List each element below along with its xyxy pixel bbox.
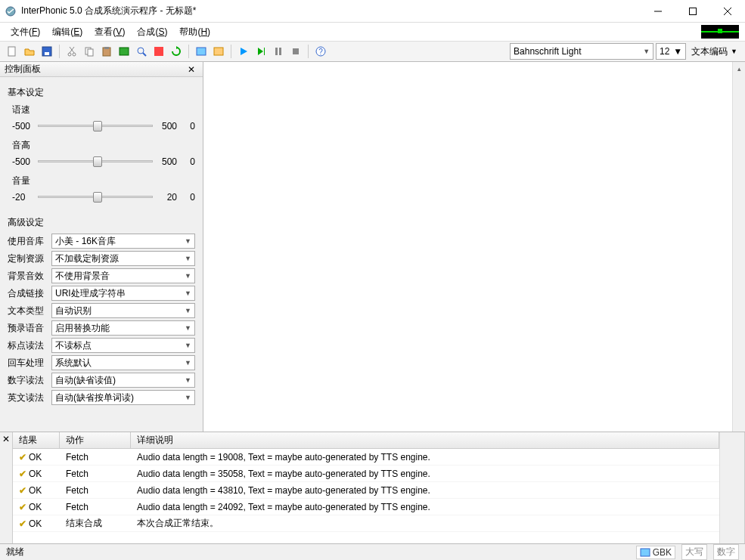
minimize-button[interactable] [641,0,675,23]
adv-combo-0[interactable]: 小美 - 16K音库▼ [51,234,195,249]
log-scrollbar[interactable] [719,432,732,543]
adv-label-5: 预录语音 [8,322,48,335]
help-icon[interactable]: ? [313,44,328,59]
font-size-combo[interactable]: 12▼ [656,43,686,60]
pitch-value: 0 [180,156,195,167]
speed-slider[interactable] [38,118,153,135]
paste-icon[interactable] [99,44,114,59]
cut-icon[interactable] [64,44,79,59]
encoding-combo[interactable]: 文本编码 ▼ [688,43,740,60]
play-icon[interactable] [236,44,251,59]
statusbar: 就绪 GBK 大写 数字 [0,543,745,560]
svg-rect-25 [293,48,299,54]
close-button[interactable] [710,0,745,23]
window-title: InterPhonic 5.0 合成系统演示程序 - 无标题* [21,5,641,17]
svg-rect-22 [264,48,265,55]
log-close-icon[interactable]: ✕ [0,432,13,543]
refresh-icon[interactable] [169,44,184,59]
volume-label: 音量 [12,175,195,187]
titlebar: InterPhonic 5.0 合成系统演示程序 - 无标题* [0,0,745,23]
advanced-settings-title: 高级设定 [8,216,195,229]
log-row[interactable]: ✔ OK结束合成本次合成正常结束。 [13,515,719,532]
adv-label-3: 合成链接 [8,287,48,300]
status-num: 数字 [713,544,739,560]
log-row[interactable]: ✔ OKFetchAudio data length = 19008, Text… [13,449,719,466]
adv-combo-8[interactable]: 自动(缺省读值)▼ [51,373,195,388]
svg-rect-20 [197,48,206,55]
zoom-icon[interactable] [134,44,149,59]
log-row[interactable]: ✔ OKFetchAudio data length = 24092, Text… [13,499,719,515]
pause-icon[interactable] [271,44,286,59]
copy-icon[interactable] [82,44,97,59]
image-icon[interactable] [116,44,132,59]
speed-label: 语速 [12,104,195,116]
brand-logo [701,25,739,39]
panel-close-icon[interactable]: ✕ [185,64,198,75]
menubar: 文件(F) 编辑(E) 查看(V) 合成(S) 帮助(H) [0,23,745,41]
menu-synth[interactable]: 合成(S) [132,24,172,40]
font-combo[interactable]: Bahnschrift Light▼ [510,43,653,60]
status-ready: 就绪 [6,546,630,558]
adv-combo-4[interactable]: 自动识别▼ [51,303,195,318]
save-icon[interactable] [39,44,54,59]
control-panel: 控制面板 ✕ 基本设定 语速 -500 500 0 音高 -500 500 [0,62,203,432]
adv-combo-6[interactable]: 不读标点▼ [51,338,195,353]
menu-file[interactable]: 文件(F) [6,24,45,40]
play-section-icon[interactable] [253,44,269,59]
lang-icon[interactable] [194,44,209,59]
svg-rect-16 [120,48,129,55]
svg-point-8 [68,53,71,56]
log-row[interactable]: ✔ OKFetchAudio data length = 35058, Text… [13,466,719,482]
adv-combo-2[interactable]: 不使用背景音▼ [51,268,195,283]
log-row[interactable]: ✔ OKFetchAudio data length = 43810, Text… [13,482,719,499]
text-editor[interactable]: ▴ [203,62,745,432]
svg-point-17 [138,48,144,54]
menu-view[interactable]: 查看(V) [90,24,129,40]
svg-text:?: ? [318,48,323,56]
pitch-slider[interactable] [38,153,153,170]
svg-point-9 [73,53,76,56]
stop-icon[interactable] [288,44,303,59]
adv-combo-9[interactable]: 自动(缺省按单词读)▼ [51,390,195,405]
svg-rect-7 [45,52,49,55]
svg-rect-13 [88,49,93,56]
adv-combo-1[interactable]: 不加载定制资源▼ [51,251,195,266]
config-icon[interactable] [211,44,226,59]
adv-label-7: 回车处理 [8,357,48,370]
color-icon[interactable] [151,44,166,59]
open-icon[interactable] [22,44,37,59]
editor-scrollbar[interactable]: ▴ [732,62,745,432]
adv-label-6: 标点读法 [8,339,48,352]
svg-rect-15 [104,47,109,49]
app-icon [5,5,17,17]
basic-settings-title: 基本设定 [8,86,195,99]
svg-rect-19 [154,47,163,56]
adv-combo-7[interactable]: 系统默认▼ [51,355,195,370]
menu-edit[interactable]: 编辑(E) [48,24,87,40]
adv-label-8: 数字读法 [8,374,48,387]
status-encoding: GBK [636,546,675,559]
adv-label-9: 英文读法 [8,391,48,404]
svg-rect-21 [214,48,223,55]
control-panel-header: 控制面板 ✕ [0,62,203,77]
svg-rect-24 [279,48,281,55]
speed-value: 0 [180,121,195,131]
adv-combo-5[interactable]: 启用替换功能▼ [51,320,195,336]
adv-label-1: 定制资源 [8,252,48,265]
maximize-button[interactable] [675,0,710,23]
log-header: 结果 动作 详细说明 [13,432,719,449]
svg-rect-23 [275,48,278,55]
adv-label-4: 文本类型 [8,305,48,317]
pitch-label: 音高 [12,139,195,152]
volume-value: 0 [180,192,195,203]
adv-combo-3[interactable]: URI处理成字符串▼ [51,286,195,301]
log-tab-label[interactable]: 信息输出 [732,432,745,543]
control-panel-title: 控制面板 [5,63,41,76]
volume-slider[interactable] [38,189,153,206]
status-caps: 大写 [681,544,707,560]
new-icon[interactable] [5,44,20,59]
svg-rect-28 [641,549,650,556]
svg-rect-2 [690,8,697,14]
menu-help[interactable]: 帮助(H) [175,24,215,40]
log-panel: ✕ 结果 动作 详细说明 ✔ OKFetchAudio data length … [0,432,745,543]
